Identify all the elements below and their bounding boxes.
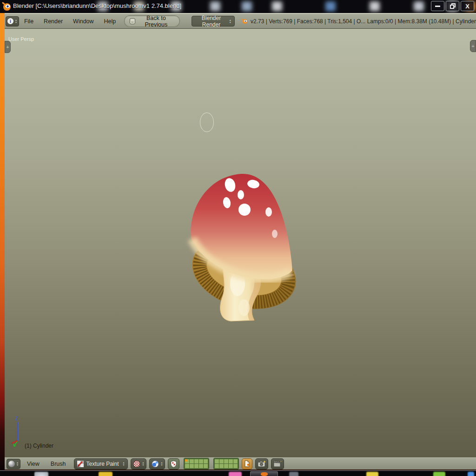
pivot-point-select[interactable]: ▲▼	[149, 458, 165, 469]
menu-render[interactable]: Render	[44, 18, 63, 25]
dropdown-arrows-icon: ▲▼	[229, 19, 231, 23]
render-engine-value: Blender Render	[195, 15, 227, 28]
interaction-mode-value: Texture Paint	[86, 461, 119, 467]
active-layer-dot	[185, 459, 187, 462]
viewport-3d[interactable]: User Persp + +	[5, 29, 476, 457]
textured-shading-icon	[133, 460, 140, 468]
brush-cursor	[200, 112, 214, 132]
window-title: Blender [C:\Users\briandunn\Desktop\mush…	[13, 2, 181, 9]
layers-widget-group1[interactable]	[184, 458, 209, 469]
properties-expand-tab[interactable]: +	[470, 40, 476, 52]
layer-cell[interactable]	[233, 464, 238, 468]
pivot-icon	[152, 460, 159, 468]
layer-cell[interactable]	[229, 459, 233, 463]
opengl-render-image-button[interactable]	[255, 458, 268, 469]
active-object-label: (1) Cylinder	[25, 443, 53, 449]
layer-cell[interactable]	[219, 459, 224, 463]
dropdown-arrows-icon: ▲▼	[15, 19, 17, 23]
blender-taskbar-icon	[261, 472, 268, 476]
layer-cell[interactable]	[215, 459, 219, 463]
desktop-blur	[325, 1, 336, 11]
screen: Blender [C:\Users\briandunn\Desktop\mush…	[0, 0, 476, 476]
restore-icon	[450, 3, 456, 9]
layer-cell[interactable]	[190, 464, 194, 468]
folder-taskbar-icon[interactable]	[99, 472, 112, 476]
desktop-blur	[210, 1, 220, 11]
dropdown-arrows-icon: ▲▼	[160, 462, 163, 466]
layer-cell[interactable]	[233, 459, 238, 463]
dropdown-arrows-icon: ▲▼	[16, 462, 19, 466]
dropdown-arrows-icon: ▲▼	[123, 462, 125, 466]
taskbar-icon[interactable]	[366, 472, 378, 476]
layer-cell[interactable]	[204, 459, 208, 463]
camera-icon	[258, 460, 266, 467]
desktop-blur	[414, 1, 424, 11]
viewport-editor-icon	[8, 461, 15, 467]
menu-view[interactable]: View	[27, 461, 40, 467]
layer-cell[interactable]	[190, 459, 194, 463]
viewport-editor-type-button[interactable]: ▲▼	[7, 459, 20, 469]
layer-cell[interactable]	[215, 464, 219, 468]
axis-z-label: Z	[15, 416, 18, 421]
layer-cell[interactable]	[219, 464, 224, 468]
render-engine-select[interactable]: Blender Render ▲▼	[192, 16, 234, 26]
window-titlebar[interactable]: Blender [C:\Users\briandunn\Desktop\mush…	[0, 0, 476, 13]
layer-cell[interactable]	[199, 464, 203, 468]
layer-cell[interactable]	[199, 459, 203, 463]
minimize-button[interactable]	[431, 1, 444, 11]
opengl-render-animation-button[interactable]	[271, 458, 284, 469]
layer-cell[interactable]	[224, 464, 228, 468]
plus-icon: +	[471, 43, 474, 49]
background-window-strip	[0, 13, 5, 470]
close-button[interactable]: X	[461, 1, 474, 11]
blender-version-icon	[241, 17, 248, 25]
back-arrow-icon: ←	[130, 18, 135, 24]
editor-type-button[interactable]: i ▲▼	[6, 16, 19, 26]
start-orb-icon[interactable]	[34, 472, 48, 476]
windows-taskbar[interactable]	[0, 470, 476, 476]
layer-cell[interactable]	[229, 464, 233, 468]
layer-cell[interactable]	[185, 459, 189, 463]
desktop-blur	[370, 1, 380, 11]
taskbar-icon[interactable]	[229, 472, 242, 476]
taskbar-icon[interactable]	[468, 472, 474, 476]
interaction-mode-select[interactable]: Texture Paint ▲▼	[74, 458, 128, 469]
blender-logo-icon	[1, 1, 12, 12]
menu-brush[interactable]: Brush	[51, 461, 66, 467]
layers-widget-group2[interactable]	[213, 458, 239, 469]
scene-lock-icon	[244, 460, 250, 467]
taskbar-icon[interactable]	[289, 472, 298, 476]
layer-cell[interactable]	[224, 459, 228, 463]
texture-paint-icon	[77, 461, 84, 467]
menu-window[interactable]: Window	[73, 18, 93, 25]
scene-stats: v2.73 | Verts:769 | Faces:768 | Tris:1,5…	[251, 18, 476, 25]
layer-cell[interactable]	[185, 464, 189, 468]
blender-taskbar-button[interactable]	[250, 471, 278, 476]
window-controls: X	[431, 1, 474, 11]
manipulator-shield-icon	[170, 460, 177, 468]
menu-file[interactable]: File	[24, 18, 33, 25]
viewport-shading-select[interactable]: ▲▼	[131, 458, 146, 469]
back-to-previous-button[interactable]: ← Back to Previous	[125, 16, 179, 26]
taskbar-icon[interactable]	[433, 472, 445, 476]
info-header: i ▲▼ File Render Window Help ← Back to P…	[0, 14, 476, 29]
viewport-header: ▲▼ View Brush Texture Paint ▲▼	[0, 457, 476, 470]
plus-icon: +	[6, 44, 9, 50]
layer-cell[interactable]	[204, 464, 208, 468]
layer-cell[interactable]	[194, 464, 198, 468]
layer-cell[interactable]	[194, 459, 198, 463]
manipulator-toggle[interactable]	[168, 458, 179, 469]
desktop-blur	[242, 1, 252, 11]
clapperboard-icon	[273, 460, 282, 467]
minimize-icon	[435, 6, 440, 7]
restore-button[interactable]	[446, 1, 459, 11]
scene-lock-toggle[interactable]	[242, 458, 252, 469]
view-persp-label: User Persp	[8, 36, 34, 42]
menu-help[interactable]: Help	[104, 18, 116, 25]
toolshelf-expand-tab[interactable]: +	[5, 41, 11, 53]
back-to-previous-label: Back to Previous	[138, 15, 174, 28]
desktop-blur	[272, 1, 282, 11]
info-icon: i	[7, 18, 13, 24]
mushroom-model[interactable]	[184, 168, 302, 324]
dropdown-arrows-icon: ▲▼	[142, 462, 144, 466]
